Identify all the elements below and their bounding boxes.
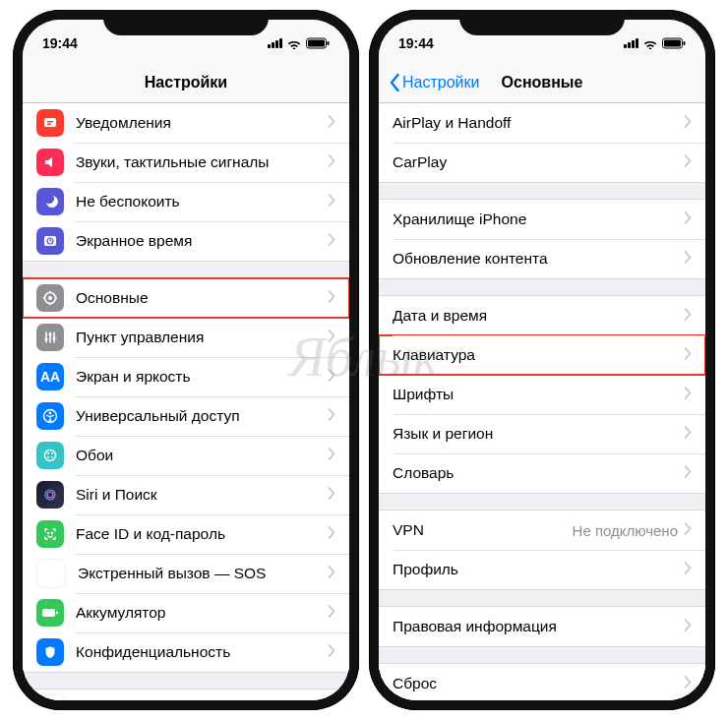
svg-rect-2 (328, 41, 330, 45)
settings-row-access[interactable]: Универсальный доступ (23, 396, 349, 436)
svg-point-24 (47, 456, 49, 458)
chevron-right-icon (328, 565, 335, 582)
svg-point-22 (47, 452, 49, 454)
svg-rect-1 (308, 40, 325, 47)
row-label: Универсальный доступ (76, 407, 328, 425)
row-label: Звуки, тактильные сигналы (76, 153, 328, 171)
svg-point-23 (51, 452, 53, 454)
settings-row-faceid[interactable]: Face ID и код-пароль (23, 514, 349, 554)
chevron-right-icon (684, 114, 692, 132)
status-time: 19:44 (42, 35, 78, 51)
screen-time-icon (36, 227, 64, 255)
settings-row-sounds[interactable]: Звуки, тактильные сигналы (23, 143, 349, 182)
wifi-icon (642, 37, 658, 49)
settings-row-storage[interactable]: Хранилище iPhone (379, 200, 705, 239)
chevron-right-icon (328, 407, 335, 425)
svg-rect-30 (42, 609, 55, 617)
settings-row-wallpaper[interactable]: Обои (23, 436, 349, 475)
screenshot-stage: Яблык 19:44 (0, 0, 728, 720)
back-button[interactable]: Настройки (385, 63, 483, 102)
settings-row-carplay[interactable]: CarPlay (379, 143, 705, 182)
row-label: Правовая информация (393, 618, 684, 635)
row-label: Хранилище iPhone (393, 210, 684, 228)
chevron-right-icon (684, 386, 692, 403)
settings-row-legal[interactable]: Правовая информация (379, 607, 705, 646)
settings-row-fonts[interactable]: Шрифты (379, 375, 705, 414)
navbar: Настройки (23, 63, 349, 103)
settings-row-vpn[interactable]: VPN Не подключено (379, 510, 705, 550)
phone-pair: 19:44 Настройки Уведомления (0, 0, 728, 720)
row-label: Шрифты (393, 386, 684, 403)
row-label: Основные (76, 289, 328, 307)
settings-group: VPN Не подключено Профиль (379, 510, 705, 590)
row-label: AirPlay и Handoff (393, 114, 684, 132)
settings-row-general[interactable]: Основные (23, 278, 349, 318)
row-label: Экран и яркость (76, 368, 328, 386)
row-label: Уведомления (76, 114, 328, 132)
row-label: Клавиатура (393, 346, 684, 364)
status-indicators (624, 37, 686, 49)
page-title: Настройки (145, 74, 227, 91)
svg-point-27 (47, 492, 53, 498)
settings-row-airplay[interactable]: AirPlay и Handoff (379, 103, 705, 143)
svg-rect-5 (47, 124, 51, 126)
settings-row-siri[interactable]: Siri и Поиск (23, 475, 349, 514)
page-title: Основные (502, 74, 583, 91)
settings-group: Уведомления Звуки, тактильные сигналы Не… (23, 103, 349, 262)
chevron-right-icon (328, 114, 335, 132)
chevron-right-icon (684, 464, 692, 482)
chevron-right-icon (328, 486, 335, 504)
row-label: VPN (393, 521, 573, 539)
settings-row-control[interactable]: Пункт управления (23, 318, 349, 357)
navbar: Настройки Основные (379, 63, 705, 103)
row-label: Обновление контента (393, 250, 684, 268)
settings-row-reset[interactable]: Сброс (379, 664, 705, 700)
settings-row-bgrefresh[interactable]: Обновление контента (379, 239, 705, 278)
settings-row-itunes[interactable]: iTunes Store и App Store (23, 690, 349, 700)
chevron-right-icon (684, 210, 692, 228)
battery-status-icon (306, 37, 330, 49)
row-label: Обои (76, 447, 328, 464)
row-label: Словарь (393, 464, 684, 482)
settings-row-dictionary[interactable]: Словарь (379, 453, 705, 493)
chevron-right-icon (684, 250, 692, 268)
general-icon (36, 284, 64, 312)
row-label: Дата и время (393, 307, 684, 325)
chevron-right-icon (684, 307, 692, 325)
general-list[interactable]: AirPlay и Handoff CarPlay Хранилище iPho… (379, 103, 705, 700)
row-label: Конфиденциальность (76, 643, 328, 661)
row-label: Не беспокоить (76, 193, 328, 210)
chevron-right-icon (328, 368, 335, 386)
svg-rect-31 (56, 612, 58, 615)
app-store-icon (36, 694, 66, 700)
notifications-icon (36, 109, 64, 137)
settings-row-profile[interactable]: Профиль (379, 550, 705, 589)
control-center-icon (36, 324, 64, 351)
row-label: Аккумулятор (76, 604, 328, 622)
row-label: Экстренный вызов — SOS (78, 565, 328, 582)
row-label: Face ID и код-пароль (76, 525, 328, 543)
status-indicators (268, 37, 330, 49)
phone-left: 19:44 Настройки Уведомления (13, 10, 359, 710)
settings-row-notifications[interactable]: Уведомления (23, 103, 349, 143)
settings-row-language[interactable]: Язык и регион (379, 414, 705, 453)
chevron-left-icon (389, 73, 400, 92)
settings-row-privacy[interactable]: Конфиденциальность (23, 632, 349, 672)
screen-left: 19:44 Настройки Уведомления (23, 20, 349, 700)
screen-right: 19:44 Настройки (379, 20, 705, 700)
settings-row-keyboard[interactable]: Клавиатура (379, 335, 705, 375)
settings-row-datetime[interactable]: Дата и время (379, 296, 705, 335)
row-label: Сброс (393, 675, 684, 692)
chevron-right-icon (328, 193, 335, 210)
do-not-disturb-icon (36, 188, 64, 215)
wifi-icon (286, 37, 302, 49)
wallpaper-icon (36, 442, 64, 469)
settings-list[interactable]: Уведомления Звуки, тактильные сигналы Не… (23, 103, 349, 700)
settings-row-dnd[interactable]: Не беспокоить (23, 182, 349, 221)
settings-group: Сброс (379, 663, 705, 700)
settings-row-battery[interactable]: Аккумулятор (23, 593, 349, 632)
settings-row-screentime[interactable]: Экранное время (23, 221, 349, 261)
chevron-right-icon (328, 447, 335, 464)
settings-row-display[interactable]: AA Экран и яркость (23, 357, 349, 396)
settings-row-sos[interactable]: SOS Экстренный вызов — SOS (23, 554, 349, 593)
